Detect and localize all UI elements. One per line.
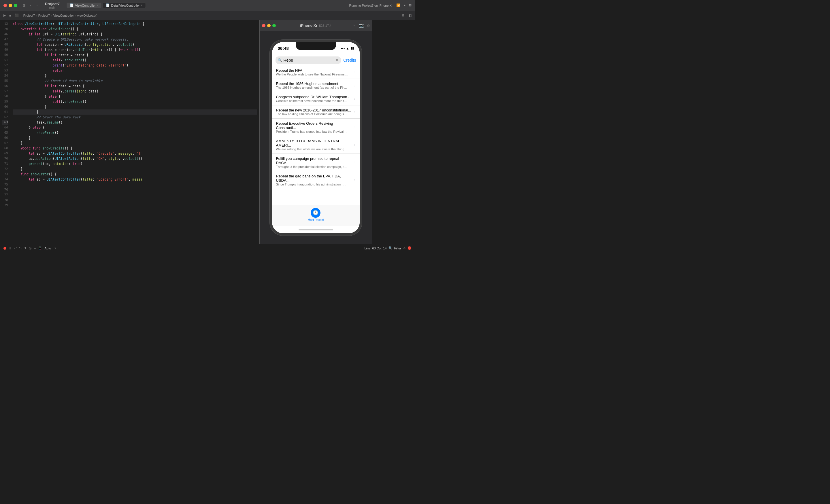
search-input-wrapper[interactable]: 🔍 Repe ✕ bbox=[276, 57, 341, 64]
step-into-icon[interactable]: ↪ bbox=[19, 246, 22, 250]
result-desc-1: The 1986 Hughes amendment (as part of th… bbox=[276, 86, 348, 89]
step-out-icon[interactable]: ⬆ bbox=[24, 246, 27, 250]
scheme-selector[interactable]: ▶ bbox=[2, 13, 7, 18]
thread-icon[interactable]: ≡ bbox=[34, 246, 36, 250]
home-bar bbox=[298, 229, 333, 230]
tab-close-icon2[interactable]: × bbox=[141, 4, 143, 7]
project-sub: main bbox=[49, 6, 56, 9]
debug-bar: ⏸ ↩ ↪ ⬆ ◎ ≡ 📱 Auto ▾ Line: 63 Col: 14 🔍 … bbox=[0, 244, 415, 252]
tab-close-icon[interactable]: × bbox=[97, 4, 99, 7]
pause-icon[interactable]: ⏸ bbox=[9, 246, 12, 250]
wifi-status-icon: 📶 bbox=[396, 3, 400, 7]
error-dot bbox=[3, 247, 6, 250]
warnings-icon[interactable]: ⚠ bbox=[403, 246, 406, 250]
traffic-lights bbox=[3, 4, 17, 7]
errors-icon[interactable]: ⛔ bbox=[408, 246, 412, 250]
sidebar-toggle-icons: ⊞ ‹ › bbox=[22, 3, 39, 8]
result-desc-5: We are asking that while we are aware th… bbox=[276, 147, 348, 151]
result-item-5[interactable]: AMNESTY TO CUBANS IN CENTRAL AMERI... We… bbox=[272, 136, 360, 154]
breadcrumb-method[interactable]: viewDidLoad() bbox=[77, 14, 97, 17]
simulator-title-bar: iPhone Xr iOS 17.4 ⌂ 📷 ⎋ bbox=[260, 20, 372, 31]
result-chevron-2: › bbox=[354, 97, 355, 101]
simulator-debug-icon[interactable]: 📱 bbox=[38, 246, 42, 250]
search-clear-icon[interactable]: ✕ bbox=[336, 58, 339, 62]
result-title-2: Congress subpoena Dr. William Thompson -… bbox=[276, 95, 353, 99]
step-icon[interactable]: ↩ bbox=[14, 246, 17, 250]
maximize-button[interactable] bbox=[14, 4, 17, 7]
bottom-right-controls: Line: 63 Col: 14 🔍 Filter ⚠ ⛔ bbox=[364, 246, 412, 250]
title-bar-right: Running Project7 on iPhone Xr 📶 + ⊟ bbox=[349, 3, 412, 7]
result-chevron-5: › bbox=[354, 142, 355, 147]
sim-camera-icon[interactable]: 📷 bbox=[359, 23, 364, 28]
inspector-toggle[interactable]: ◧ bbox=[408, 13, 413, 18]
breadcrumb: Project7 › Project7 › ViewController › v… bbox=[23, 14, 97, 17]
forward-icon[interactable]: › bbox=[35, 3, 39, 8]
result-item-2[interactable]: Congress subpoena Dr. William Thompson -… bbox=[272, 92, 360, 105]
layout-toggle[interactable]: ⊞ bbox=[400, 13, 405, 18]
result-title-5: AMNESTY TO CUBANS IN CENTRAL AMERI... bbox=[276, 139, 353, 147]
tab-detailviewcontroller[interactable]: 📄 DetailViewController × bbox=[103, 3, 146, 8]
search-results-list: Repeal the NFA We the People wish to see… bbox=[272, 66, 360, 205]
line-numbers: 12 20 46 47 48 49 50 51 52 53 54 55 56 5… bbox=[0, 20, 10, 244]
tab-viewcontroller[interactable]: 📄 ViewController × bbox=[67, 3, 101, 8]
tab-clock-icon: 🕐 bbox=[311, 208, 320, 218]
result-item-6[interactable]: Fulfill you campaign promise to repeal D… bbox=[272, 154, 360, 171]
search-bar-container: 🔍 Repe ✕ Credits bbox=[272, 55, 360, 66]
project-title-area: Project7 main bbox=[45, 2, 60, 9]
sim-rotate-icon[interactable]: ⎋ bbox=[367, 23, 370, 28]
result-item-0[interactable]: Repeal the NFA We the People wish to see… bbox=[272, 66, 360, 79]
battery-icon: ▮▮ bbox=[350, 46, 354, 50]
iphone-notch bbox=[296, 42, 336, 50]
tab-icon2: 📄 bbox=[106, 3, 110, 7]
result-item-1[interactable]: Repeal the 1986 Hughes amendment The 198… bbox=[272, 79, 360, 92]
status-icons: ●●● ▲ ▮▮ bbox=[341, 46, 354, 50]
sim-ios-version: iOS 17.4 bbox=[319, 24, 331, 27]
tab-most-recent[interactable]: 🕐 Most Recent bbox=[308, 208, 324, 222]
result-desc-6: Throughout the presidential election cam… bbox=[276, 165, 348, 168]
editor-tabs: 📄 ViewController × 📄 DetailViewControlle… bbox=[67, 3, 146, 8]
result-content-6: Fulfill you campaign promise to repeal D… bbox=[276, 156, 354, 168]
credits-button[interactable]: Credits bbox=[343, 58, 356, 63]
stop-btn[interactable]: ■ bbox=[8, 13, 12, 18]
split-view-icon[interactable]: ⊟ bbox=[409, 3, 412, 7]
result-desc-4: President Trump has signed into law the … bbox=[276, 130, 348, 133]
sim-maximize[interactable] bbox=[272, 24, 276, 27]
result-chevron-7: › bbox=[354, 178, 355, 182]
breadcrumb-folder[interactable]: Project7 bbox=[38, 14, 50, 17]
code-editor: 12 20 46 47 48 49 50 51 52 53 54 55 56 5… bbox=[0, 20, 259, 244]
line-col-label: Line: 63 Col: 14 bbox=[364, 246, 386, 250]
result-chevron-1: › bbox=[354, 83, 355, 88]
sim-close[interactable] bbox=[262, 24, 265, 27]
result-desc-3: The law abiding citizens of California a… bbox=[276, 112, 348, 116]
filter-label: Filter bbox=[394, 246, 401, 250]
sim-home-icon[interactable]: ⌂ bbox=[352, 23, 355, 28]
result-title-3: Repeal the new 2016-2017 unconstitutiona… bbox=[276, 108, 353, 112]
tab-label2: DetailViewController bbox=[111, 4, 139, 7]
result-desc-0: We the People wish to see the National F… bbox=[276, 73, 348, 76]
result-content-7: Repeal the gag bans on the EPA, FDA, USD… bbox=[276, 174, 354, 186]
result-item-7[interactable]: Repeal the gag bans on the EPA, FDA, USD… bbox=[272, 171, 360, 189]
result-desc-7: Since Trump's inauguration, his administ… bbox=[276, 182, 348, 186]
auto-chevron: ▾ bbox=[55, 246, 56, 250]
search-value[interactable]: Repe bbox=[284, 58, 334, 63]
result-item-4[interactable]: Repeal Executive Orders Reviving Constru… bbox=[272, 119, 360, 136]
result-title-1: Repeal the 1986 Hughes amendment bbox=[276, 81, 353, 86]
sidebar-icon[interactable]: ⊞ bbox=[22, 3, 27, 8]
location-icon[interactable]: ◎ bbox=[29, 246, 32, 250]
code-content: class ViewController: UITableViewControl… bbox=[10, 20, 259, 244]
back-icon[interactable]: ‹ bbox=[28, 3, 33, 8]
add-tab-icon[interactable]: + bbox=[404, 4, 406, 7]
result-content-5: AMNESTY TO CUBANS IN CENTRAL AMERI... We… bbox=[276, 139, 354, 151]
result-item-3[interactable]: Repeal the new 2016-2017 unconstitutiona… bbox=[272, 105, 360, 119]
sim-minimize[interactable] bbox=[267, 24, 270, 27]
sim-controls: ⌂ 📷 ⎋ bbox=[352, 23, 370, 28]
search-magnifier-icon: 🔍 bbox=[278, 58, 282, 62]
breadcrumb-file[interactable]: ViewController bbox=[53, 14, 74, 17]
simulator-panel: iPhone Xr iOS 17.4 ⌂ 📷 ⎋ bbox=[259, 20, 372, 244]
minimize-button[interactable] bbox=[9, 4, 12, 7]
filter-icon[interactable]: 🔍 bbox=[388, 246, 392, 250]
breadcrumb-project[interactable]: Project7 bbox=[23, 14, 35, 17]
run-status: Running Project7 on iPhone Xr bbox=[349, 4, 393, 7]
close-button[interactable] bbox=[3, 4, 7, 7]
title-bar: ⊞ ‹ › Project7 main 📄 ViewController × 📄… bbox=[0, 0, 415, 11]
